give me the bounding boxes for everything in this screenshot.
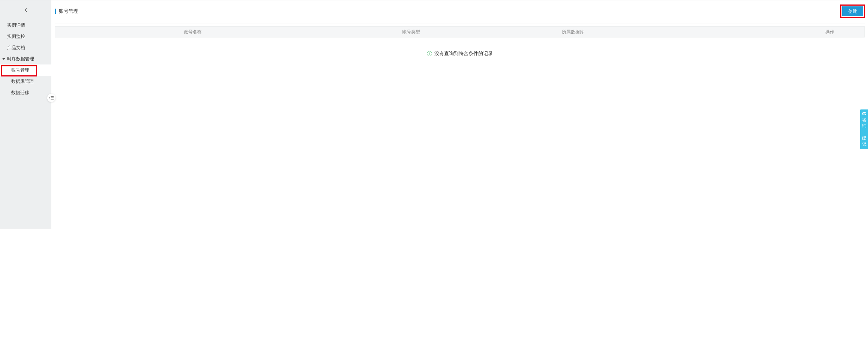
database-icon <box>862 112 867 115</box>
app-root: 实例详情 实例监控 产品文档 时序数据管理 账号管理 数据库管理 数据迁移 <box>0 0 868 229</box>
column-header-database: 所属数据库 <box>492 29 654 35</box>
svg-point-4 <box>862 112 866 113</box>
feedback-text: 咨 询 · 建 议 <box>862 117 867 147</box>
column-header-operation: 操作 <box>654 29 864 35</box>
sidebar-item-product-docs[interactable]: 产品文档 <box>0 42 51 53</box>
sidebar-subitem-label: 数据库管理 <box>11 78 34 85</box>
sidebar-group-label: 时序数据管理 <box>7 56 34 62</box>
info-icon: i <box>427 51 432 56</box>
main-header: 账号管理 创建 <box>55 0 865 24</box>
feedback-side-tab[interactable]: 咨 询 · 建 议 <box>860 109 868 149</box>
sidebar-collapse-toggle[interactable] <box>47 94 55 102</box>
column-header-name: 账号名称 <box>55 29 330 35</box>
sidebar-subitem-database-manage[interactable]: 数据库管理 <box>0 76 51 87</box>
back-button[interactable] <box>0 0 51 19</box>
svg-rect-1 <box>51 97 54 98</box>
sidebar-item-instance-monitor[interactable]: 实例监控 <box>0 31 51 42</box>
sidebar-subitem-data-migration[interactable]: 数据迁移 <box>0 87 51 98</box>
create-button[interactable]: 创建 <box>842 6 863 16</box>
collapse-icon <box>49 96 54 100</box>
caret-down-icon <box>2 58 5 60</box>
svg-marker-3 <box>49 97 50 99</box>
sidebar-subitem-account-manage[interactable]: 账号管理 <box>0 64 51 76</box>
sidebar-group-tsdb-manage[interactable]: 时序数据管理 <box>0 53 51 64</box>
create-button-label: 创建 <box>848 8 857 15</box>
main-content: 账号管理 创建 账号名称 账号类型 所属数据库 操作 i 没有查询到符合条件的记… <box>51 0 868 229</box>
page-title: 账号管理 <box>59 8 78 15</box>
table-header-row: 账号名称 账号类型 所属数据库 操作 <box>55 26 865 37</box>
accounts-table: 账号名称 账号类型 所属数据库 操作 i 没有查询到符合条件的记录 <box>55 26 865 69</box>
sidebar-item-instance-detail[interactable]: 实例详情 <box>0 19 51 31</box>
table-empty-state: i 没有查询到符合条件的记录 <box>55 37 865 69</box>
sidebar-item-label: 实例详情 <box>7 22 25 28</box>
sidebar-item-label: 产品文档 <box>7 45 25 51</box>
sidebar-subitem-label: 数据迁移 <box>11 90 29 96</box>
column-header-type: 账号类型 <box>330 29 492 35</box>
empty-state-text: 没有查询到符合条件的记录 <box>434 50 493 57</box>
create-button-wrap: 创建 <box>841 5 865 18</box>
svg-rect-2 <box>51 99 54 100</box>
chevron-left-icon <box>23 7 29 13</box>
page-title-wrap: 账号管理 <box>55 8 78 15</box>
svg-rect-0 <box>51 96 54 97</box>
title-accent-bar <box>55 9 56 14</box>
sidebar-item-label: 实例监控 <box>7 33 25 40</box>
sidebar: 实例详情 实例监控 产品文档 时序数据管理 账号管理 数据库管理 数据迁移 <box>0 0 51 229</box>
sidebar-subitem-label: 账号管理 <box>11 67 29 73</box>
